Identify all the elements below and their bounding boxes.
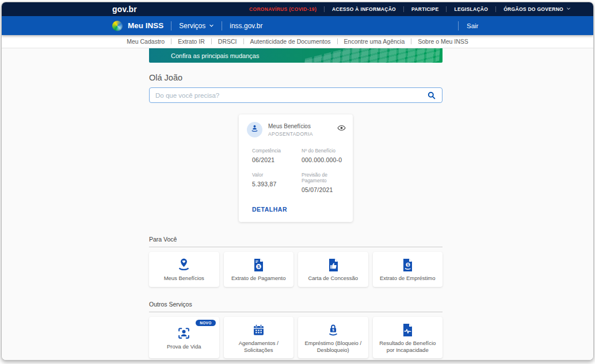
secondary-nav: Meu Cadastro Extrato IR DRSCI Autenticid… — [2, 35, 593, 48]
payment-statement-icon: $ — [252, 256, 265, 272]
card-label: Empréstimo (Bloqueio / Desbloqueio) — [301, 340, 365, 354]
link-participe[interactable]: PARTICIPE — [403, 6, 446, 12]
calendar-icon — [252, 321, 265, 337]
benefit-card-subtitle: APOSENTADORIA — [268, 131, 337, 137]
govbr-logo[interactable]: gov.br — [112, 5, 137, 14]
card-label: Prova de Vida — [167, 343, 201, 350]
detalhar-button[interactable]: DETALHAR — [252, 206, 287, 213]
browser-window: gov.br CORONAVÍRUS (COVID-19) ACESSO À I… — [1, 2, 594, 361]
benefit-field-numero: Nº do Benefício 000.000.000-0 — [302, 148, 347, 163]
search-input[interactable] — [155, 92, 426, 99]
chevron-down-icon — [209, 22, 214, 30]
field-label: Valor — [252, 172, 289, 178]
link-orgaos-governo-label: ÓRGÃOS DO GOVERNO — [504, 6, 563, 12]
section-title-para-voce: Para Você — [149, 236, 443, 247]
services-menu[interactable]: Serviços — [179, 22, 214, 30]
para-voce-cards: Meus Benefícios $ Extrato de Pagam — [149, 252, 443, 287]
banner-text: Confira as principais mudanças — [171, 52, 259, 59]
proof-of-life-icon — [177, 325, 191, 340]
main-content: Confira as principais mudanças Olá João — [2, 48, 593, 360]
divider — [171, 39, 171, 44]
nav-drsci[interactable]: DRSCI — [218, 38, 237, 45]
card-label: Carta de Concessão — [308, 275, 358, 282]
benefit-field-competencia: Competência 06/2021 — [252, 148, 289, 163]
card-carta-concessao[interactable]: Carta de Concessão — [298, 252, 368, 287]
app-header-left: Meu INSS Serviços inss.gov.br — [112, 21, 262, 31]
field-label: Previsão de Pagamento — [302, 172, 347, 183]
nav-autenticidade[interactable]: Autenticidade de Documentos — [250, 38, 331, 45]
field-value: 5.393,87 — [252, 181, 289, 187]
svg-text:$: $ — [407, 263, 409, 267]
card-label: Extrato de Empréstimo — [380, 275, 436, 282]
card-agendamentos[interactable]: Agendamentos / Solicitações — [224, 317, 294, 358]
avatar — [247, 122, 262, 137]
card-resultado-incapacidade[interactable]: Resultado de Benefício por Incapacidade — [373, 317, 443, 358]
field-value: 000.000.000-0 — [302, 156, 347, 163]
nav-extrato-ir[interactable]: Extrato IR — [178, 38, 205, 45]
link-acesso-informacao[interactable]: ACESSO À INFORMAÇÃO — [324, 6, 403, 12]
divider — [243, 39, 244, 44]
divider — [171, 21, 171, 30]
nav-meu-cadastro[interactable]: Meu Cadastro — [127, 38, 165, 45]
divider — [211, 39, 212, 44]
eye-icon[interactable] — [337, 122, 346, 135]
novo-badge: NOVO — [196, 320, 215, 326]
field-value: 05/07/2021 — [302, 186, 347, 193]
card-prova-de-vida[interactable]: NOVO Prova de Vida — [149, 317, 219, 358]
search-box — [149, 87, 443, 103]
loan-statement-icon: $ — [401, 256, 414, 272]
meu-inss-logo-icon[interactable] — [112, 21, 123, 31]
divider — [458, 21, 459, 30]
benefit-field-valor: Valor 5.393,87 — [252, 172, 289, 193]
svg-text:$: $ — [258, 265, 261, 270]
card-label: Resultado de Benefício por Incapacidade — [376, 340, 440, 354]
benefit-summary-card: Meus Benefícios APOSENTADORIA Competênci… — [239, 114, 353, 222]
benefits-icon — [177, 256, 191, 272]
divider — [337, 39, 338, 44]
search-icon[interactable] — [426, 90, 437, 101]
chevron-down-icon — [566, 6, 571, 12]
disability-result-icon — [401, 321, 414, 337]
brand-title[interactable]: Meu INSS — [128, 21, 163, 30]
benefit-field-previsao: Previsão de Pagamento 05/07/2021 — [302, 172, 347, 193]
card-extrato-pagamento[interactable]: $ Extrato de Pagamento — [224, 252, 294, 287]
outros-servicos-cards: NOVO Prova de Vida — [149, 317, 443, 358]
loan-lock-icon: $ — [326, 321, 340, 337]
nav-sobre-meu-inss[interactable]: Sobre o Meu INSS — [418, 38, 468, 45]
link-orgaos-governo[interactable]: ÓRGÃOS DO GOVERNO — [495, 6, 578, 12]
link-coronavirus[interactable]: CORONAVÍRUS (COVID-19) — [242, 6, 324, 12]
link-legislacao[interactable]: LEGISLAÇÃO — [446, 6, 495, 12]
card-label: Meus Benefícios — [164, 275, 204, 282]
site-link[interactable]: inss.gov.br — [230, 22, 262, 30]
news-banner[interactable]: Confira as principais mudanças — [149, 48, 443, 63]
benefit-card-title: Meus Benefícios — [268, 123, 337, 129]
govbr-links: CORONAVÍRUS (COVID-19) ACESSO À INFORMAÇ… — [242, 6, 578, 12]
divider — [222, 21, 222, 30]
field-value: 06/2021 — [252, 156, 289, 163]
benefits-icon — [250, 124, 259, 135]
nav-encontre-agencia[interactable]: Encontre uma Agência — [344, 38, 405, 45]
greeting-text: Olá João — [149, 73, 443, 82]
card-extrato-emprestimo[interactable]: $ Extrato de Empréstimo — [373, 252, 443, 287]
field-label: Competência — [252, 148, 289, 154]
app-header-right: Sair — [458, 16, 478, 35]
app-header: Meu INSS Serviços inss.gov.br Sair — [2, 16, 593, 35]
field-label: Nº do Benefício — [302, 148, 347, 154]
card-emprestimo-bloqueio[interactable]: $ Empréstimo (Bloqueio / Desbloqueio) — [298, 317, 368, 358]
keyboard-image — [303, 48, 442, 63]
card-label: Agendamentos / Solicitações — [227, 340, 291, 354]
services-menu-label: Serviços — [179, 22, 205, 30]
logout-button[interactable]: Sair — [467, 22, 478, 29]
divider — [411, 39, 411, 44]
govbr-top-bar: gov.br CORONAVÍRUS (COVID-19) ACESSO À I… — [2, 2, 593, 16]
card-meus-beneficios[interactable]: Meus Benefícios — [149, 252, 219, 287]
section-title-outros-servicos: Outros Serviços — [149, 301, 443, 312]
grant-letter-icon — [327, 256, 340, 272]
card-label: Extrato de Pagamento — [231, 275, 286, 282]
